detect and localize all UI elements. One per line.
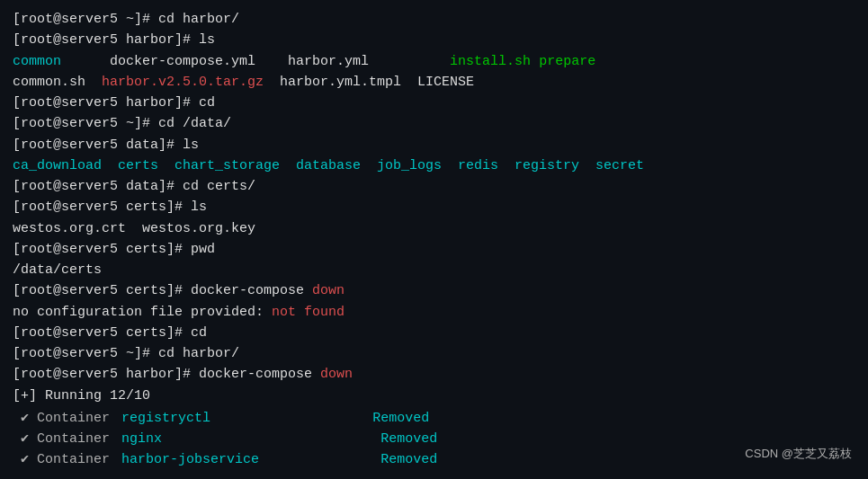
line-9: [root@server5 data]# cd certs/ <box>13 176 855 197</box>
line-16: [root@server5 certs]# cd <box>13 323 855 343</box>
line-15: no configuration file provided: not foun… <box>13 302 855 323</box>
line-7: [root@server5 data]# ls <box>13 135 855 155</box>
hash-icon: ✔ Container <box>13 408 118 429</box>
line-6: [root@server5 ~]# cd /data/ <box>13 113 855 134</box>
line-12: [root@server5 certs]# pwd <box>13 239 855 260</box>
container-list: ✔ Container registryctl Removed ✔ Contai… <box>13 408 855 471</box>
line-14: [root@server5 certs]# docker-compose dow… <box>13 280 855 301</box>
terminal: [root@server5 ~]# cd harbor/ [root@serve… <box>13 9 855 470</box>
watermark: CSDN @芝芝又荔枝 <box>745 445 852 463</box>
line-13: /data/certs <box>13 260 855 280</box>
line-10: [root@server5 certs]# ls <box>13 197 855 217</box>
container-name-registryctl: registryctl <box>121 408 210 429</box>
container-row-harbor-jobservice: ✔ Container harbor-jobservice Removed <box>13 449 855 470</box>
line-18: [root@server5 harbor]# docker-compose do… <box>13 364 855 385</box>
line-19: [+] Running 12/10 <box>13 386 855 406</box>
status-registryctl: Removed <box>372 408 429 429</box>
line-2: [root@server5 harbor]# ls <box>13 30 855 50</box>
container-name-harbor-jobservice: harbor-jobservice <box>121 449 259 470</box>
hash-icon: ✔ Container <box>13 429 118 449</box>
line-3: common docker-compose.yml harbor.yml ins… <box>13 51 855 72</box>
container-row-registryctl: ✔ Container registryctl Removed <box>13 408 855 429</box>
line-5: [root@server5 harbor]# cd <box>13 93 855 113</box>
container-row-nginx: ✔ Container nginx Removed <box>13 429 855 449</box>
line-8: ca_download certs chart_storage database… <box>13 155 855 176</box>
line-4: common.sh harbor.v2.5.0.tar.gz harbor.ym… <box>13 72 855 93</box>
line-1: [root@server5 ~]# cd harbor/ <box>13 9 855 30</box>
line-17: [root@server5 ~]# cd harbor/ <box>13 343 855 364</box>
status-harbor-jobservice: Removed <box>380 449 437 470</box>
hash-icon: ✔ Container <box>13 449 118 470</box>
container-name-nginx: nginx <box>121 429 162 449</box>
status-nginx: Removed <box>380 429 437 449</box>
line-11: westos.org.crt westos.org.key <box>13 218 855 239</box>
